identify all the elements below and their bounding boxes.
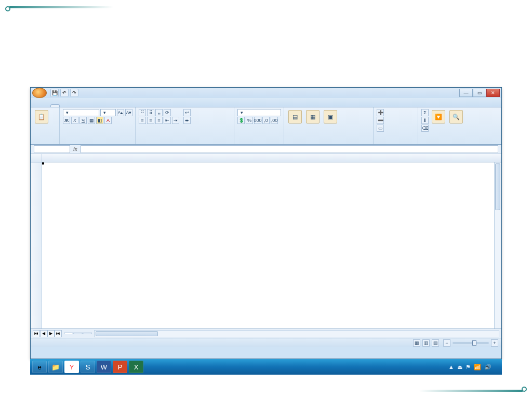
- minimize-button[interactable]: —: [459, 89, 473, 97]
- wrap-text-button[interactable]: ↩: [183, 109, 192, 116]
- cell-styles-button[interactable]: ▣: [323, 109, 338, 125]
- cells-delete-button[interactable]: ➖: [377, 117, 385, 124]
- ribbon-tab-review[interactable]: [105, 104, 114, 107]
- inc-decimal-icon[interactable]: ,0: [262, 117, 270, 124]
- zoom-out-button[interactable]: −: [443, 339, 450, 347]
- cells-insert-button[interactable]: ➕: [377, 109, 385, 116]
- group-styles-label: [287, 143, 370, 144]
- vscroll-thumb[interactable]: [495, 163, 500, 210]
- sheet-tab-1[interactable]: [64, 333, 73, 334]
- dec-decimal-icon[interactable]: ,00: [271, 117, 278, 124]
- tab-nav-first[interactable]: ⏮: [33, 330, 40, 337]
- format-table-icon: ▦: [306, 110, 320, 123]
- find-select-button[interactable]: 🔍: [448, 109, 464, 125]
- currency-icon[interactable]: 💲: [237, 117, 245, 124]
- tray-network-icon[interactable]: 📶: [474, 364, 481, 370]
- taskbar-excel-icon[interactable]: X: [129, 361, 143, 373]
- view-normal-icon[interactable]: ▦: [413, 339, 420, 347]
- tray-up-icon[interactable]: ▲: [448, 364, 454, 370]
- excel-window: 💾 ↶ ↷ — ▭ ✕ 📋: [30, 87, 502, 359]
- underline-button[interactable]: Ч: [79, 117, 87, 124]
- office-button[interactable]: [32, 88, 47, 98]
- taskbar-skype-icon[interactable]: S: [81, 361, 95, 373]
- align-top-icon[interactable]: ⠛: [139, 109, 146, 116]
- ribbon-tab-insert[interactable]: [61, 104, 71, 107]
- cells-format-button[interactable]: ▭: [377, 125, 385, 132]
- ribbon: 📋 ▾ ▾ A▴ A▾ Ж К Ч ▦ ◧: [31, 107, 501, 145]
- tray-flag-icon[interactable]: ⚑: [466, 364, 471, 370]
- number-format-combo[interactable]: ▾: [237, 109, 281, 116]
- indent-inc-icon[interactable]: ⇥: [172, 117, 179, 124]
- align-bot-icon[interactable]: ⣤: [155, 109, 163, 116]
- grid-area[interactable]: [31, 154, 501, 328]
- sort-filter-button[interactable]: 🔽: [431, 109, 446, 125]
- zoom-in-button[interactable]: +: [491, 339, 498, 347]
- qat-redo-icon[interactable]: ↷: [70, 89, 78, 97]
- taskbar-word-icon[interactable]: W: [97, 361, 111, 373]
- taskbar-explorer-icon[interactable]: 📁: [48, 361, 63, 373]
- view-pagebreak-icon[interactable]: ▤: [432, 339, 439, 347]
- shrink-font-icon[interactable]: A▾: [125, 109, 132, 116]
- paste-button[interactable]: 📋: [34, 109, 49, 125]
- orientation-icon[interactable]: ⟳: [164, 109, 171, 116]
- select-all-corner[interactable]: [31, 154, 42, 162]
- border-button[interactable]: ▦: [88, 117, 95, 124]
- align-center-icon[interactable]: ≡: [147, 117, 154, 124]
- formula-bar[interactable]: [81, 145, 498, 153]
- font-color-button[interactable]: A: [104, 117, 112, 124]
- comma-icon[interactable]: 000: [254, 117, 261, 124]
- insert-icon: ➕: [377, 109, 384, 116]
- tab-nav-prev[interactable]: ◀: [40, 330, 47, 337]
- hscroll-thumb[interactable]: [96, 331, 158, 336]
- cells-area[interactable]: [42, 162, 501, 328]
- ribbon-tab-data[interactable]: [94, 104, 103, 107]
- ribbon-tab-formulas[interactable]: [83, 104, 92, 107]
- view-layout-icon[interactable]: ▥: [422, 339, 430, 347]
- tray-volume-icon[interactable]: 🔊: [484, 364, 491, 370]
- qat-undo-icon[interactable]: ↶: [60, 89, 69, 97]
- fx-icon[interactable]: fx: [73, 146, 77, 152]
- clear-icon[interactable]: ⌫: [421, 125, 429, 132]
- grow-font-icon[interactable]: A▴: [117, 109, 124, 116]
- name-box[interactable]: [34, 145, 70, 153]
- windows-taskbar: e 📁 Y S W P X ▲ ⏏ ⚑ 📶 🔊: [30, 359, 502, 375]
- indent-dec-icon[interactable]: ⇤: [164, 117, 171, 124]
- taskbar-yandex-icon[interactable]: Y: [64, 361, 79, 373]
- selection-cursor: [42, 162, 44, 164]
- ribbon-tab-home[interactable]: [50, 104, 60, 107]
- cond-format-icon: ▤: [288, 110, 302, 123]
- cell-styles-icon: ▣: [324, 110, 337, 123]
- merge-center-button[interactable]: ⬌: [183, 117, 192, 124]
- cond-format-button[interactable]: ▤: [287, 109, 303, 125]
- taskbar-ie-icon[interactable]: e: [32, 361, 47, 373]
- ribbon-tab-pagelayout[interactable]: [72, 104, 82, 107]
- tab-nav-next[interactable]: ▶: [47, 330, 55, 337]
- fill-color-button[interactable]: ◧: [96, 117, 103, 124]
- align-mid-icon[interactable]: ⠿: [147, 109, 154, 116]
- zoom-slider[interactable]: [453, 342, 489, 344]
- vertical-scrollbar[interactable]: [494, 162, 501, 328]
- font-family-combo[interactable]: ▾: [63, 109, 99, 116]
- tray-safe-remove-icon[interactable]: ⏏: [457, 364, 462, 370]
- format-icon: ▭: [377, 125, 384, 132]
- bold-button[interactable]: Ж: [63, 117, 70, 124]
- tab-nav-last[interactable]: ⏭: [55, 330, 62, 337]
- sheet-tab-2[interactable]: [73, 333, 83, 334]
- format-table-button[interactable]: ▦: [305, 109, 321, 125]
- qat-save-icon[interactable]: 💾: [50, 89, 59, 97]
- ribbon-tab-view[interactable]: [116, 104, 125, 107]
- zoom-thumb[interactable]: [472, 340, 476, 346]
- italic-button[interactable]: К: [71, 117, 78, 124]
- fill-icon[interactable]: ⬇: [421, 117, 429, 124]
- font-size-combo[interactable]: ▾: [100, 109, 116, 116]
- horizontal-scrollbar[interactable]: [94, 330, 499, 337]
- close-button[interactable]: ✕: [486, 89, 500, 97]
- sheet-tab-3[interactable]: [83, 333, 92, 334]
- maximize-button[interactable]: ▭: [473, 89, 486, 97]
- taskbar-powerpoint-icon[interactable]: P: [113, 361, 127, 373]
- group-alignment-label: [139, 143, 231, 144]
- percent-icon[interactable]: %: [246, 117, 253, 124]
- autosum-icon[interactable]: Σ: [421, 109, 429, 116]
- align-left-icon[interactable]: ≡: [139, 117, 146, 124]
- align-right-icon[interactable]: ≡: [155, 117, 163, 124]
